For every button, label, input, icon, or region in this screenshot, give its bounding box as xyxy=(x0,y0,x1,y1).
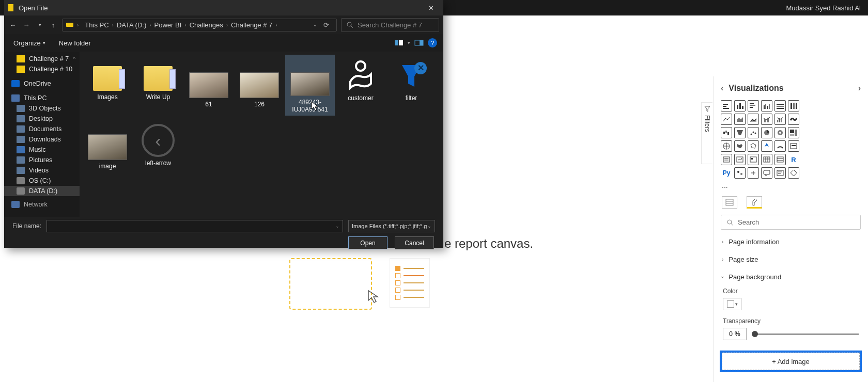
crumb-challenge7[interactable]: Challenge # 7 xyxy=(231,21,272,29)
viz-multirow-card-icon[interactable] xyxy=(721,154,732,165)
viz-card-icon[interactable] xyxy=(788,140,799,152)
add-image-button[interactable]: + Add image xyxy=(722,353,860,370)
viz-clustered-bar-icon[interactable] xyxy=(748,100,759,112)
nav-back-button[interactable]: ← xyxy=(8,21,18,29)
svg-rect-69 xyxy=(399,40,403,45)
close-button[interactable]: ✕ xyxy=(422,1,440,14)
tree-music[interactable]: Music xyxy=(4,145,80,155)
tree-os-c[interactable]: OS (C:) xyxy=(4,176,80,186)
transparency-value-input[interactable]: 0% xyxy=(723,328,747,340)
viz-r-script-icon[interactable]: R xyxy=(788,154,799,165)
file-61[interactable]: 61 xyxy=(184,55,234,116)
tree-3dobjects[interactable]: 3D Objects xyxy=(4,103,80,114)
crumb-challenges[interactable]: Challenges xyxy=(190,21,223,29)
view-mode-button[interactable] xyxy=(393,38,405,48)
tree-network[interactable]: Network xyxy=(4,199,80,210)
viz-donut-icon[interactable] xyxy=(774,127,786,138)
transparency-slider[interactable] xyxy=(752,333,859,335)
color-picker-button[interactable]: ▾ xyxy=(723,298,741,310)
viz-azure-map-icon[interactable] xyxy=(761,140,772,152)
viz-funnel-icon[interactable] xyxy=(734,127,746,138)
file-image[interactable]: image xyxy=(83,117,132,178)
file-images-folder[interactable]: Images xyxy=(83,55,132,116)
nav-up-button[interactable]: ↑ xyxy=(49,21,58,29)
pane-collapse-left[interactable]: ‹ xyxy=(721,84,723,93)
view-mode-dropdown[interactable]: ▾ xyxy=(408,40,410,45)
viz-gauge-icon[interactable] xyxy=(774,140,786,152)
tree-desktop[interactable]: Desktop xyxy=(4,114,80,124)
viz-more-icon[interactable]: ··· xyxy=(714,182,868,196)
svg-point-28 xyxy=(753,132,754,133)
format-search-input[interactable]: Search xyxy=(721,215,861,230)
viz-100-stacked-column-icon[interactable] xyxy=(788,100,799,112)
tree-downloads[interactable]: Downloads xyxy=(4,134,80,145)
viz-table-icon[interactable] xyxy=(761,154,772,165)
crumb-powerbi[interactable]: Power BI xyxy=(154,21,182,29)
viz-stacked-bar-icon[interactable] xyxy=(721,100,732,112)
viz-smart-narrative-icon[interactable] xyxy=(774,167,786,179)
viz-shape-map-icon[interactable] xyxy=(748,140,759,152)
cancel-button[interactable]: Cancel xyxy=(395,236,434,249)
filters-collapsed-tab[interactable]: Filters xyxy=(701,102,712,164)
viz-matrix-icon[interactable] xyxy=(774,154,786,165)
nav-recent-dropdown[interactable]: ▾ xyxy=(35,22,44,27)
tree-documents[interactable]: Documents xyxy=(4,124,80,134)
viz-line-stacked-column-icon[interactable] xyxy=(761,114,772,125)
viz-python-icon[interactable]: Py xyxy=(721,167,732,179)
tree-challenge10[interactable]: Challenge # 10 xyxy=(4,64,80,74)
crumb-thispc[interactable]: This PC xyxy=(85,21,109,29)
tree-videos[interactable]: Videos xyxy=(4,165,80,176)
viz-key-influencers-icon[interactable] xyxy=(734,167,746,179)
viz-ribbon-icon[interactable] xyxy=(788,114,799,125)
filetype-select[interactable]: Image Files (*.tiff;*.pjp;*.jfif;*.gi⌄ xyxy=(348,220,435,232)
viz-100-stacked-bar-icon[interactable] xyxy=(774,100,786,112)
preview-pane-button[interactable] xyxy=(413,38,425,48)
filename-input[interactable]: ⌄ xyxy=(47,220,343,232)
dialog-search-input[interactable]: Search Challenge # 7 xyxy=(341,18,439,32)
svg-point-52 xyxy=(737,171,739,173)
viz-decomposition-icon[interactable] xyxy=(748,167,759,179)
viz-waterfall-icon[interactable] xyxy=(721,127,732,138)
viz-treemap-icon[interactable] xyxy=(788,127,799,138)
new-folder-button[interactable]: New folder xyxy=(56,37,94,49)
viz-clustered-column-icon[interactable] xyxy=(761,100,772,112)
viz-kpi-icon[interactable] xyxy=(734,154,746,165)
viz-stacked-column-icon[interactable] xyxy=(734,100,746,112)
format-tab[interactable] xyxy=(747,196,762,209)
file-customer[interactable]: customer xyxy=(336,55,385,116)
viz-qa-icon[interactable] xyxy=(761,167,772,179)
open-button[interactable]: Open xyxy=(348,236,388,249)
tree-data-d[interactable]: DATA (D:) xyxy=(4,186,80,196)
organize-button[interactable]: Organize ▾ xyxy=(10,37,49,49)
viz-slicer-icon[interactable] xyxy=(748,154,759,165)
file-126[interactable]: 126 xyxy=(235,55,284,116)
nav-forward-button[interactable]: → xyxy=(22,21,31,29)
tree-challenge7[interactable]: Challenge # 7^ xyxy=(4,54,80,64)
viz-paginated-icon[interactable] xyxy=(788,167,799,179)
tree-thispc[interactable]: This PC xyxy=(4,93,80,103)
file-filter[interactable]: ✕filter xyxy=(386,55,436,116)
file-left-arrow[interactable]: ‹left-arrow xyxy=(133,117,183,178)
viz-pie-icon[interactable] xyxy=(761,127,772,138)
pane-expand-right[interactable]: › xyxy=(858,84,861,93)
file-writeup-folder[interactable]: Write Up xyxy=(133,55,183,116)
viz-filled-map-icon[interactable] xyxy=(734,140,746,152)
page-information-section[interactable]: ›Page information xyxy=(714,233,868,250)
page-size-section[interactable]: ›Page size xyxy=(714,250,868,268)
page-background-section[interactable]: ›Page background xyxy=(714,268,868,285)
refresh-button[interactable]: ⟳ xyxy=(323,21,329,29)
viz-line-clustered-column-icon[interactable] xyxy=(774,114,786,125)
viz-line-icon[interactable] xyxy=(721,114,732,125)
viz-scatter-icon[interactable] xyxy=(748,127,759,138)
fields-tab[interactable] xyxy=(722,196,737,209)
viz-stacked-area-icon[interactable] xyxy=(748,114,759,125)
tree-onedrive[interactable]: OneDrive xyxy=(4,78,80,89)
breadcrumb-dropdown[interactable]: ⌄ xyxy=(313,22,317,27)
crumb-data-d[interactable]: DATA (D:) xyxy=(117,21,146,29)
tree-pictures[interactable]: Pictures xyxy=(4,155,80,165)
svg-rect-57 xyxy=(777,170,783,176)
viz-area-icon[interactable] xyxy=(734,114,746,125)
viz-map-icon[interactable] xyxy=(721,140,732,152)
help-button[interactable]: ? xyxy=(428,38,437,47)
file-489243[interactable]: 489243-IUJ0A9J-541 xyxy=(285,55,335,116)
